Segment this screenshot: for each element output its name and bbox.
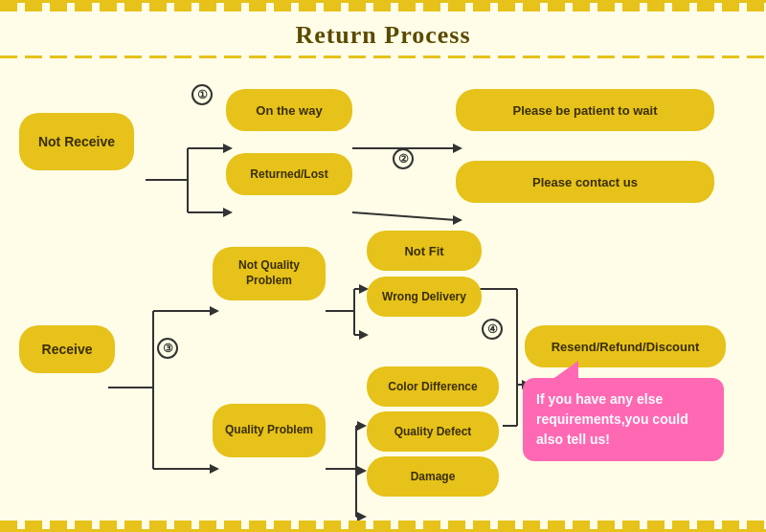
top-border bbox=[0, 0, 766, 11]
badge-2: ② bbox=[393, 148, 414, 169]
returned-lost-node: Returned/Lost bbox=[226, 153, 352, 195]
speech-bubble: If you have any else requirements,you co… bbox=[523, 378, 724, 461]
svg-marker-9 bbox=[453, 215, 462, 225]
damage-node: Damage bbox=[367, 456, 499, 497]
not-fit-node: Not Fit bbox=[367, 231, 482, 271]
svg-marker-25 bbox=[357, 421, 367, 431]
svg-marker-15 bbox=[210, 464, 219, 474]
divider bbox=[0, 55, 766, 58]
badge-3: ③ bbox=[157, 338, 178, 359]
badge-4: ④ bbox=[482, 319, 503, 340]
svg-marker-13 bbox=[210, 306, 219, 316]
bottom-border bbox=[0, 521, 766, 532]
not-receive-node: Not Receive bbox=[19, 113, 134, 170]
svg-marker-5 bbox=[223, 208, 233, 217]
badge-1: ① bbox=[192, 84, 213, 105]
svg-marker-7 bbox=[453, 144, 462, 153]
svg-marker-3 bbox=[223, 144, 233, 153]
quality-defect-node: Quality Defect bbox=[367, 411, 499, 452]
on-the-way-node: On the way bbox=[226, 89, 352, 131]
svg-marker-27 bbox=[357, 466, 367, 476]
not-quality-node: Not Quality Problem bbox=[213, 247, 326, 300]
svg-marker-21 bbox=[359, 330, 369, 340]
please-contact-node: Please contact us bbox=[456, 161, 714, 203]
svg-line-8 bbox=[352, 212, 456, 220]
wrong-delivery-node: Wrong Delivery bbox=[367, 277, 482, 317]
please-wait-node: Please be patient to wait bbox=[456, 89, 714, 131]
receive-node: Receive bbox=[19, 325, 115, 373]
quality-problem-node: Quality Problem bbox=[213, 404, 326, 457]
color-diff-node: Color Difference bbox=[367, 366, 499, 407]
page-title: Return Process bbox=[0, 11, 766, 55]
